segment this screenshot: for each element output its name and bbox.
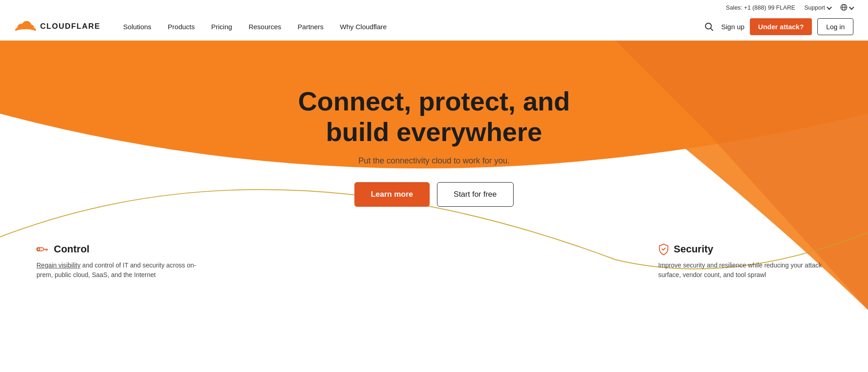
svg-point-8 (706, 23, 712, 29)
svg-point-7 (16, 29, 35, 34)
hero-section: Connect, protect, and build everywhere P… (0, 41, 868, 310)
control-card-header: Control (36, 243, 210, 255)
nav-partners[interactable]: Partners (290, 11, 332, 42)
nav-products[interactable]: Products (160, 11, 203, 42)
feature-cards: Control Regain visibility and control of… (0, 234, 868, 280)
start-free-button[interactable]: Start for free (437, 182, 514, 207)
learn-more-button[interactable]: Learn more (354, 182, 430, 207)
control-card-text: Regain visibility and control of IT and … (36, 261, 210, 280)
security-card: Security Improve security and resilience… (649, 243, 841, 280)
support-chevron-icon (826, 5, 832, 10)
under-attack-button[interactable]: Under attack? (750, 18, 812, 35)
header: Sales: +1 (888) 99 FLARE Support (0, 0, 868, 41)
search-icon (704, 21, 714, 31)
hero-title: Connect, protect, and build everywhere (298, 86, 570, 147)
control-card-text-underline: Regain visibility (36, 262, 80, 269)
header-main-row: CLOUDFLARE Solutions Products Pricing Re… (0, 13, 868, 40)
logo-icon (15, 19, 36, 34)
svg-line-9 (711, 28, 713, 31)
nav-resources[interactable]: Resources (240, 11, 290, 42)
globe-icon (840, 4, 847, 11)
hero-subtitle: Put the connectivity cloud to work for y… (358, 156, 509, 166)
control-card-title: Control (54, 243, 89, 255)
globe-chevron-icon (849, 5, 854, 10)
hero-content: Connect, protect, and build everywhere P… (0, 41, 868, 234)
nav-solutions[interactable]: Solutions (115, 11, 160, 42)
nav-why-cloudflare[interactable]: Why Cloudflare (332, 11, 395, 42)
security-card-title: Security (674, 243, 713, 255)
globe-button[interactable] (840, 4, 853, 11)
main-nav: Solutions Products Pricing Resources Par… (115, 11, 395, 42)
login-button[interactable]: Log in (817, 18, 853, 35)
logo-link[interactable]: CLOUDFLARE (15, 19, 100, 34)
sales-info: Sales: +1 (888) 99 FLARE (726, 4, 795, 11)
nav-pricing[interactable]: Pricing (203, 11, 240, 42)
logo-text: CLOUDFLARE (40, 22, 100, 31)
signup-link[interactable]: Sign up (721, 23, 744, 31)
security-card-text: Improve security and resilience while re… (658, 261, 832, 280)
control-card: Control Regain visibility and control of… (27, 243, 219, 280)
header-actions: Sign up Under attack? Log in (702, 18, 853, 35)
hero-buttons: Learn more Start for free (354, 182, 514, 207)
key-icon (36, 244, 49, 254)
svg-point-12 (37, 248, 40, 251)
header-top-row: Sales: +1 (888) 99 FLARE Support (0, 0, 868, 13)
shield-icon (658, 243, 669, 255)
security-card-header: Security (658, 243, 832, 255)
search-button[interactable] (702, 20, 716, 33)
support-link[interactable]: Support (804, 4, 831, 11)
